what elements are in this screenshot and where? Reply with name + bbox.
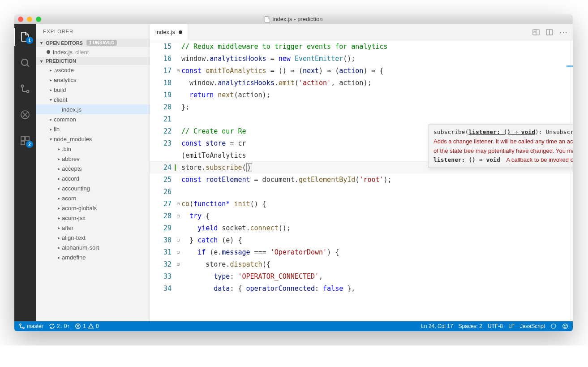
- signature-tooltip: subscribe(listener: () ⇒ void): Unsubscr…: [429, 125, 573, 168]
- overview-ruler-mark: [567, 65, 573, 67]
- status-position[interactable]: Ln 24, Col 17: [421, 323, 453, 329]
- tree-item-label: accounting: [62, 185, 90, 192]
- code-line[interactable]: 25const rootElement = document.getElemen…: [150, 173, 573, 186]
- fold-icon[interactable]: ⊟: [175, 262, 181, 267]
- svg-rect-5: [26, 137, 29, 140]
- folder-item[interactable]: ▸amdefine: [36, 252, 150, 262]
- svg-point-8: [534, 31, 535, 33]
- folder-item[interactable]: ▸abbrev: [36, 154, 150, 164]
- split-editor-icon[interactable]: [546, 29, 553, 36]
- fold-icon[interactable]: ⊟: [175, 237, 181, 242]
- code-line[interactable]: 33 type: 'OPERATOR_CONNECTED',: [150, 270, 573, 282]
- folder-item[interactable]: ▸common: [36, 114, 150, 124]
- code-line[interactable]: 18 window.analyticsHooks.emit('action', …: [150, 77, 573, 89]
- tree-item-label: align-text: [62, 234, 86, 241]
- chevron-right-icon: ▸: [47, 127, 54, 132]
- code-line[interactable]: 28⊟ try {: [150, 210, 573, 222]
- code-line[interactable]: 19 return next(action);: [150, 89, 573, 101]
- code-editor[interactable]: 15// Redux middleware to trigger events …: [150, 40, 573, 321]
- more-icon[interactable]: ⋯: [559, 27, 567, 37]
- chevron-right-icon: ▸: [56, 166, 62, 171]
- split-preview-icon[interactable]: [532, 29, 540, 36]
- code-text: } catch (e) {: [181, 236, 242, 244]
- code-line[interactable]: 26: [150, 186, 573, 198]
- feedback-icon[interactable]: [550, 323, 557, 329]
- dirty-dot-icon: [47, 50, 50, 54]
- code-line[interactable]: 29 yield socket.connect();: [150, 222, 573, 234]
- svg-point-14: [564, 325, 565, 326]
- folder-item[interactable]: ▸acorn-globals: [36, 203, 150, 213]
- code-line[interactable]: 31⊟ if (e.message === 'OperatorDown') {: [150, 246, 573, 258]
- tree-item-label: accepts: [62, 165, 82, 172]
- folder-item[interactable]: ▸accepts: [36, 164, 150, 173]
- code-text: window.analyticsHooks.emit('action', act…: [181, 79, 371, 87]
- code-line[interactable]: 15// Redux middleware to trigger events …: [150, 40, 573, 52]
- status-spaces[interactable]: Spaces: 2: [459, 323, 482, 329]
- activity-search[interactable]: [14, 54, 36, 72]
- code-line[interactable]: 16window.analyticsHooks = new EventEmitt…: [150, 52, 573, 65]
- close-icon[interactable]: [18, 17, 23, 22]
- status-language[interactable]: JavaScript: [520, 323, 545, 329]
- folder-item[interactable]: ▸build: [36, 85, 150, 95]
- folder-item[interactable]: ▸accounting: [36, 183, 150, 193]
- tab-index-js[interactable]: index.js: [150, 24, 188, 40]
- folder-item[interactable]: ▸lib: [36, 124, 150, 134]
- folder-item[interactable]: ▸after: [36, 223, 150, 233]
- line-number: 31: [150, 248, 175, 256]
- tree-item-label: alphanum-sort: [62, 244, 99, 251]
- code-line[interactable]: 34 data: { operatorConnected: false },: [150, 282, 573, 294]
- status-branch[interactable]: master: [19, 323, 43, 329]
- file-tree[interactable]: ▸.vscode▸analytics▸build▾clientindex.js▸…: [36, 65, 150, 321]
- tree-item-label: amdefine: [62, 254, 86, 261]
- folder-item[interactable]: ▸align-text: [36, 233, 150, 242]
- code-line[interactable]: 20};: [150, 101, 573, 113]
- minimize-icon[interactable]: [27, 17, 32, 22]
- file-item[interactable]: index.js: [36, 104, 150, 114]
- titlebar: index.js - prediction: [14, 14, 573, 24]
- folder-item[interactable]: ▸acorn: [36, 193, 150, 203]
- activity-explorer[interactable]: 1: [14, 28, 36, 46]
- smiley-icon[interactable]: [562, 323, 568, 329]
- folder-item[interactable]: ▾node_modules: [36, 134, 150, 144]
- folder-item[interactable]: ▸analytics: [36, 75, 150, 85]
- window-title-text: index.js - prediction: [273, 16, 323, 22]
- fold-icon[interactable]: ⊟: [175, 68, 181, 73]
- fold-icon[interactable]: ⊟: [175, 250, 181, 255]
- tree-item-label: acorn-globals: [62, 205, 97, 212]
- status-sync[interactable]: 2↓ 0↑: [49, 323, 70, 329]
- project-header[interactable]: ▾ PREDICTION: [36, 57, 150, 65]
- activity-bar: 1 2: [14, 24, 36, 321]
- code-text: const rootElement = document.getElementB…: [181, 176, 392, 184]
- open-editors-header[interactable]: ▾ OPEN EDITORS 1 UNSAVED: [36, 39, 150, 47]
- status-encoding[interactable]: UTF-8: [488, 323, 503, 329]
- code-line[interactable]: 17⊟const emitToAnalytics = () ⇒ (next) ⇒…: [150, 65, 573, 77]
- activity-extensions[interactable]: 2: [14, 132, 36, 150]
- code-line[interactable]: 30⊟ } catch (e) {: [150, 234, 573, 246]
- status-branch-label: master: [27, 323, 43, 329]
- tree-item-label: acorn: [62, 195, 77, 202]
- folder-item[interactable]: ▸alphanum-sort: [36, 242, 150, 252]
- tooltip-doc: Adds a change listener. It will be calle…: [433, 137, 573, 156]
- chevron-right-icon: ▸: [47, 68, 54, 73]
- fold-icon[interactable]: ⊟: [175, 213, 181, 218]
- code-line[interactable]: 32⊟ store.dispatch({: [150, 258, 573, 270]
- folder-item[interactable]: ▸.bin: [36, 144, 150, 154]
- activity-debug[interactable]: [14, 106, 36, 124]
- code-line[interactable]: 21: [150, 113, 573, 125]
- maximize-icon[interactable]: [36, 17, 41, 22]
- minimap[interactable]: [570, 40, 573, 321]
- activity-source-control[interactable]: [14, 80, 36, 98]
- status-problems[interactable]: 1 0: [75, 323, 99, 329]
- status-eol[interactable]: LF: [508, 323, 515, 329]
- folder-item[interactable]: ▸accord: [36, 173, 150, 183]
- open-editor-item[interactable]: index.js client: [36, 47, 150, 57]
- folder-item[interactable]: ▾client: [36, 95, 150, 104]
- chevron-right-icon: ▸: [56, 176, 62, 181]
- folder-item[interactable]: ▸.vscode: [36, 65, 150, 75]
- tree-item-label: after: [62, 225, 73, 231]
- folder-item[interactable]: ▸acorn-jsx: [36, 213, 150, 223]
- code-line[interactable]: 27⊟co(function* init() {: [150, 198, 573, 210]
- line-number: 24: [150, 164, 175, 172]
- fold-icon[interactable]: ⊟: [175, 201, 181, 206]
- sidebar-title: EXPLORER: [36, 24, 150, 39]
